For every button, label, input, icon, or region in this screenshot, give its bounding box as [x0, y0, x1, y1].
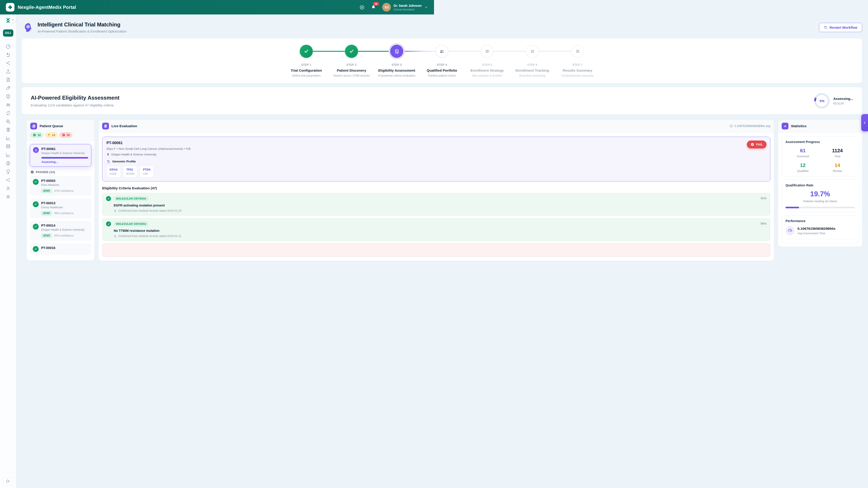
assessment-banner: AI-Powered Eligibility Assessment Evalua… — [22, 87, 434, 114]
patient-demographics: 65yo F • Non-Small Cell Lung Cancer (Ade… — [106, 147, 434, 151]
clipboard-check-icon — [394, 48, 400, 54]
patient-id: PT-00061 — [106, 141, 434, 145]
patient-card[interactable]: PT-00003 Penn Medicine 47/47 97% confide… — [30, 176, 91, 196]
check-circle-icon — [33, 201, 39, 207]
check-icon — [348, 48, 354, 54]
criteria-score-badge: 47/47 — [41, 233, 52, 238]
chevron-down-icon — [424, 5, 428, 9]
samples-vials-icon[interactable] — [5, 127, 11, 133]
sidebar-expand-button[interactable] — [10, 17, 16, 23]
user-role: Clinical Geneticist — [394, 8, 422, 11]
check-circle-icon — [106, 221, 111, 226]
upload-icon[interactable] — [5, 69, 11, 74]
page-subtitle: AI-Powered Patient Stratification & Enro… — [37, 29, 127, 33]
search-plus-icon[interactable] — [5, 119, 11, 124]
criteria-card-pass: MOLECULAR CRITERIA 95% No T790M resistan… — [102, 218, 434, 241]
sidebar-user-avatar[interactable]: DSJ — [3, 29, 13, 37]
ai-head-icon — [24, 22, 34, 33]
check-circle-icon — [106, 196, 111, 201]
workflow-steps: STEP 1 Trial Configuration Define trial … — [22, 38, 434, 83]
microscope-icon — [106, 160, 110, 163]
gene-chip: TP53 R175H — [123, 166, 137, 177]
step-eligibility-assessment[interactable]: STEP 3 Eligibility Assessment AI-powered… — [374, 45, 419, 77]
chevron-right-icon — [11, 18, 15, 22]
patient-avatar-icon — [33, 147, 39, 153]
location-pin-icon — [106, 153, 110, 156]
failed-count-badge[interactable]: 35 — [59, 132, 72, 138]
dashboard-gauge-icon[interactable] — [5, 43, 11, 49]
microscope-icon[interactable] — [5, 52, 11, 57]
active-patient-site: Oregon Health & Science University — [41, 152, 88, 155]
passed-count-badge[interactable]: 12 — [30, 132, 43, 138]
live-evaluation-icon — [102, 123, 109, 129]
patient-card[interactable]: PT-00014 Oregon Health & Science Univers… — [30, 221, 91, 240]
medical-cross-icon — [8, 5, 13, 10]
brain-icon[interactable] — [5, 161, 11, 166]
criteria-score-badge: 47/47 — [41, 189, 52, 193]
notification-badge: 16 — [373, 2, 379, 6]
patient-queue-icon — [30, 123, 37, 129]
check-circle-icon — [33, 224, 39, 230]
gene-chip: KRAS G12D — [106, 166, 121, 177]
genomic-profile-label: Genomic Profile — [112, 160, 136, 163]
user-menu[interactable]: SJ Dr. Sarah Johnson Clinical Geneticist — [382, 3, 428, 11]
patient-card[interactable]: PT-00013 Emory Healthcare 47/47 95% conf… — [30, 199, 91, 218]
patient-queue-panel: Patient Queue 12 14 35 — [27, 120, 94, 244]
step2-circle — [345, 45, 358, 58]
patient-card[interactable]: PT-00016 — [30, 243, 91, 244]
check-circle-icon — [33, 179, 39, 185]
active-patient-card[interactable]: PT-00061 Oregon Health & Science Univers… — [30, 144, 91, 166]
plus-circle-icon — [360, 5, 365, 10]
criteria-category-badge: MOLECULAR CRITERIA — [114, 222, 149, 226]
live-evaluation-panel: Live Evaluation 0.10676156583629894s avg… — [98, 120, 434, 244]
cohort-users-icon[interactable] — [5, 102, 11, 107]
file-plus-icon[interactable] — [5, 77, 11, 83]
database-icon[interactable] — [5, 144, 11, 149]
app-logo — [6, 3, 14, 11]
patient-queue-title: Patient Queue — [39, 124, 63, 128]
sync-icon[interactable] — [5, 110, 11, 116]
profile-user-icon[interactable] — [5, 186, 11, 191]
document-icon — [114, 235, 117, 238]
criteria-category-badge: MOLECULAR CRITERIA — [114, 196, 149, 201]
step-patient-discovery[interactable]: STEP 2 Patient Discovery Search across 1… — [329, 45, 374, 77]
criteria-section-title: Eligibility Criteria Evaluation (47) — [102, 186, 434, 190]
active-patient-status: Assessing... — [41, 160, 88, 164]
criteria-text: No T790M resistance mutation — [114, 229, 434, 232]
document-icon — [114, 209, 117, 213]
settings-gear-icon[interactable] — [5, 194, 11, 199]
user-avatar: SJ — [382, 3, 391, 11]
criteria-card-fail — [102, 243, 434, 244]
user-name: Dr. Sarah Johnson — [394, 4, 422, 7]
active-patient-id: PT-00061 — [41, 147, 88, 151]
step-qualified-portfolio[interactable]: STEP 4 Qualified Portfolio Ranked patien… — [419, 45, 434, 77]
pipeline-network-icon[interactable] — [5, 60, 11, 66]
network-share-icon[interactable] — [5, 177, 11, 183]
check-circle-icon — [33, 133, 36, 137]
flag-icon — [48, 133, 51, 137]
step-trial-configuration[interactable]: STEP 1 Trial Configuration Define trial … — [284, 45, 329, 77]
x-circle-icon — [62, 133, 65, 137]
gene-chip: PTEN LOF — [140, 166, 153, 177]
page-title: Intelligent Clinical Trial Matching — [37, 22, 127, 28]
criteria-score-badge: 47/47 — [41, 211, 52, 216]
shield-icon[interactable] — [5, 94, 11, 99]
test-tube-icon[interactable] — [5, 86, 11, 91]
step3-circle — [390, 45, 403, 58]
current-patient-card: PT-00061 65yo F • Non-Small Cell Lung Ca… — [102, 137, 434, 182]
review-count-badge[interactable]: 14 — [45, 132, 58, 138]
sidebar-nav — [5, 43, 11, 244]
active-progress-bar — [41, 157, 88, 159]
passed-check-icon — [30, 170, 34, 174]
patient-site: Oregon Health & Science University — [111, 153, 156, 156]
top-bar: Nexgile-AgentMedix Portal 16 SJ Dr. Sara… — [0, 0, 434, 14]
app-title: Nexgile-AgentMedix Portal — [18, 5, 76, 10]
passed-section-label: PASSED (12) — [36, 170, 55, 174]
analytics-chart-icon[interactable] — [5, 152, 11, 158]
trend-chart-icon[interactable] — [5, 135, 11, 141]
step1-circle — [300, 45, 313, 58]
notifications-button[interactable]: 16 — [371, 5, 376, 10]
add-button[interactable] — [360, 5, 365, 10]
insights-bulb-icon[interactable] — [5, 169, 11, 174]
live-evaluation-title: Live Evaluation — [112, 124, 137, 128]
